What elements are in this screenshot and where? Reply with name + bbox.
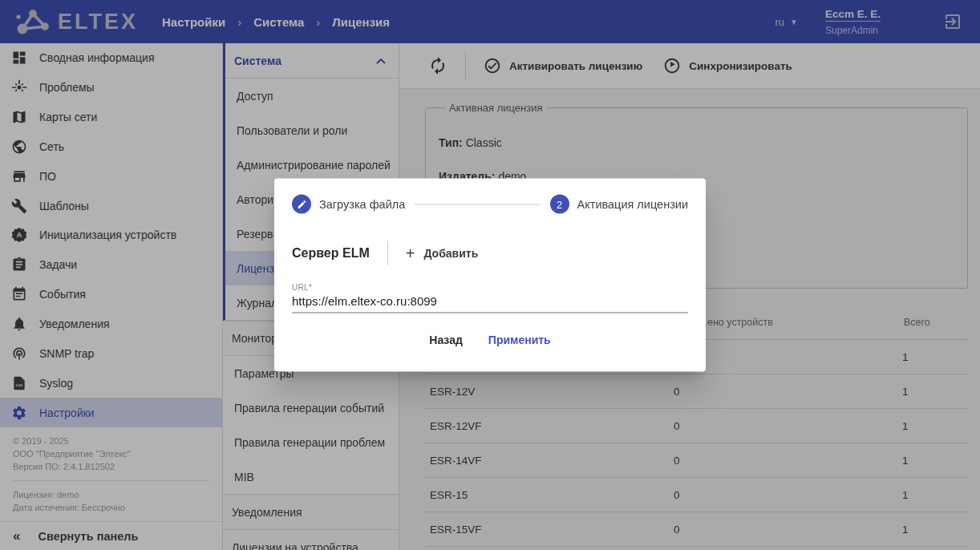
edit-icon	[292, 195, 311, 214]
add-server-label: Добавить	[423, 247, 478, 260]
step-label: Активация лицензии	[577, 198, 688, 211]
step-activate-license: 2 Активация лицензии	[550, 195, 688, 214]
url-field-label: URL*	[292, 283, 688, 292]
tab-elm-server[interactable]: Сервер ELM	[292, 246, 370, 261]
step-connector	[415, 204, 540, 204]
step-label: Загрузка файла	[319, 198, 405, 211]
step-number: 2	[550, 195, 569, 214]
tab-divider	[387, 241, 388, 265]
dialog-actions: Назад Применить	[292, 327, 688, 353]
server-tabs-row: Сервер ELM + Добавить	[292, 241, 688, 265]
step-upload-file: Загрузка файла	[292, 195, 405, 214]
apply-button[interactable]: Применить	[477, 327, 562, 353]
url-field: URL*	[292, 283, 688, 313]
back-button[interactable]: Назад	[418, 327, 474, 353]
stepper: Загрузка файла 2 Активация лицензии	[292, 195, 688, 214]
url-input[interactable]	[292, 292, 688, 313]
plus-icon: +	[406, 244, 415, 262]
license-activation-dialog: Загрузка файла 2 Активация лицензии Серв…	[274, 179, 706, 372]
add-server-button[interactable]: + Добавить	[406, 244, 479, 262]
